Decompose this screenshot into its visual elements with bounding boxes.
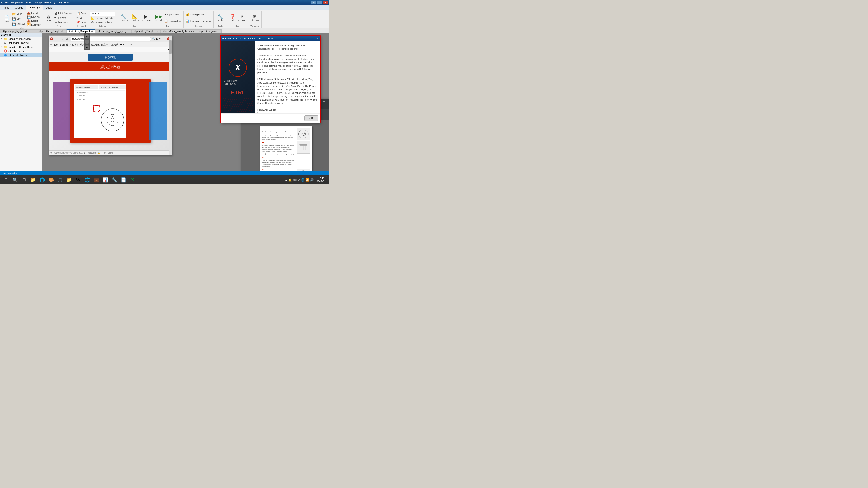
taskbar-explorer[interactable]: 📁 — [29, 176, 37, 184]
volume-icon[interactable]: 🔊 — [310, 178, 313, 182]
tree-item-2d-tube[interactable]: ⭕ 2D Tube Layout — [0, 49, 41, 53]
program-settings-button[interactable]: ⚙Program Settings ▾ — [90, 20, 115, 24]
browser-forward-button[interactable]: → — [60, 37, 64, 41]
pdf-minimize[interactable]: ─ — [323, 100, 325, 103]
print-button[interactable]: 🖨 Print — [44, 14, 53, 22]
tlo-editor-button[interactable]: 🔧 TLO Editor — [118, 14, 129, 22]
duplicate-button[interactable]: 🔁Duplicate — [26, 23, 41, 27]
export-button[interactable]: 📤Export — [26, 19, 41, 23]
tab-xhpe-sample[interactable]: Xhpe - Xhpe_Sample.htri — [36, 29, 66, 33]
bookmark3[interactable]: 学生事务 — [70, 43, 79, 46]
close-button[interactable]: ✕ — [323, 1, 328, 4]
taskbar-app2[interactable]: 🎵 — [56, 176, 64, 184]
tree-item-exchanger-drawing[interactable]: 🖼 Exchanger Drawing — [0, 41, 41, 45]
task-view-button[interactable]: ⊟ — [20, 176, 28, 184]
save-all-button[interactable]: 💾Save All — [11, 22, 26, 26]
taskbar-app10[interactable]: ✕ — [128, 176, 136, 184]
windows-button[interactable]: ⊞ Windows — [250, 14, 260, 22]
help-button[interactable]: ❓ Help — [228, 14, 237, 22]
paste-button[interactable]: 📌Paste — [75, 20, 88, 24]
new-button[interactable]: 📄 New — [2, 15, 11, 23]
open-button[interactable]: 📂Open — [11, 12, 26, 16]
maximize-button[interactable]: □ — [317, 1, 322, 4]
vertical-scrollbar[interactable] — [169, 36, 172, 155]
bookmark8[interactable]: HENTE... — [120, 43, 129, 46]
tab-xspe[interactable]: Xspe - Xspe_coun... — [196, 29, 221, 33]
units-dropdown[interactable]: MKH — [90, 11, 115, 16]
notification-icon[interactable]: 🔔 — [288, 178, 292, 182]
tab-xist-sample[interactable]: Xist - Xist_Sample.htri — [66, 29, 95, 33]
search-button[interactable]: 🔍 — [11, 176, 19, 184]
landscape-button[interactable]: ↔Landscape — [54, 20, 72, 24]
browser-refresh-button[interactable]: ↺ — [65, 37, 69, 41]
import-button[interactable]: 📥Import — [26, 11, 41, 15]
scrollbar-thumb[interactable] — [169, 40, 172, 54]
print-drawing-button[interactable]: 🖨Print Drawing — [54, 11, 72, 15]
custom-units-button[interactable]: 📐Custom Unit Sets — [90, 16, 115, 20]
taskbar-time[interactable]: 9:48 2024/1/9 — [315, 177, 324, 183]
browser-minimize-icon[interactable]: ↓ — [162, 37, 164, 40]
save-as-button[interactable]: 💾Save As — [26, 15, 41, 19]
bookmark1[interactable]: 收藏 — [54, 43, 58, 46]
browser-back-button[interactable]: ← — [54, 37, 59, 41]
tab-design[interactable]: Design — [43, 5, 56, 10]
copy-button[interactable]: 📋Copy — [75, 11, 88, 15]
tab-drawings[interactable]: Drawings — [26, 5, 43, 10]
taskbar-app7[interactable]: 📊 — [101, 176, 110, 184]
ok-button[interactable]: OK — [305, 116, 318, 121]
tree-item-based-output[interactable]: ▼ 📁 Based on Output Data — [0, 45, 41, 49]
nav-btn-3[interactable]: ◉ — [85, 45, 89, 50]
contact-button[interactable]: 联系我们 — [88, 54, 133, 61]
nav-btn-1[interactable]: + — [85, 34, 89, 39]
pdf-close[interactable]: ✕ — [328, 100, 329, 103]
wifi-icon[interactable]: 📶 — [305, 178, 309, 182]
taskbar-app4[interactable]: W — [74, 176, 82, 184]
taskbar-app3[interactable]: 📁 — [65, 176, 73, 184]
nav-btn-2[interactable]: - — [85, 39, 89, 44]
taskbar-edge[interactable]: 🌐 — [38, 176, 46, 184]
taskbar-app1[interactable]: 🎨 — [47, 176, 55, 184]
pdf-maximize[interactable]: □ — [326, 100, 327, 103]
tab-xfpe-sample[interactable]: Xfpe - Xfpe_Sample.htri — [131, 29, 160, 33]
run-all-button[interactable]: ▶▶ Run All — [154, 14, 163, 22]
exchanger-optimizer-button[interactable]: 📊Exchanger Optimizer — [185, 19, 212, 23]
tree-item-based-input[interactable]: ▼ 📁 Based on Input Data — [0, 37, 41, 41]
run-case-button[interactable]: ▶ Run Case — [141, 14, 151, 22]
drawings-button[interactable]: 📐 Drawings — [130, 14, 140, 22]
cut-button[interactable]: ✂Cut — [75, 16, 88, 20]
taskbar-app6[interactable]: 💼 — [92, 176, 100, 184]
browser-maximize-icon[interactable]: □ — [164, 37, 166, 40]
start-button[interactable]: ⊞ — [2, 176, 10, 184]
tab-graphs[interactable]: Graphs — [12, 5, 26, 10]
star-icon[interactable]: ☆ — [50, 43, 52, 46]
tab-home[interactable]: Home — [0, 5, 12, 10]
bookmark6[interactable]: 百度一下 — [101, 43, 110, 46]
taskbar-app9[interactable]: 📄 — [119, 176, 127, 184]
bookmark2[interactable]: 手机收藏 — [59, 43, 68, 46]
browser-close-button[interactable]: ✕ — [50, 37, 53, 40]
tools-button[interactable]: 🔧 Tools — [216, 14, 224, 22]
save-button[interactable]: 💾Save — [11, 17, 26, 21]
costing-active-button[interactable]: 💰Costing Active — [185, 13, 212, 17]
tab-xfpe-layer[interactable]: Xfpe - xfpe_layer_by_layer_four_stream.h… — [95, 29, 131, 33]
show-desktop-button[interactable] — [326, 176, 327, 183]
taskbar-app8[interactable]: 🔧 — [110, 176, 119, 184]
minimize-button[interactable]: ─ — [311, 1, 316, 4]
tab-xhpe-high[interactable]: Xhpe - xhpe_high_effectiveness.htri — [0, 29, 36, 33]
preview-button[interactable]: 👁Preview — [54, 16, 72, 20]
show-hidden-icons[interactable]: ∧ — [285, 178, 287, 182]
input-check-button[interactable]: ✔Input Check — [163, 13, 182, 17]
taskbar-app5[interactable]: 🌐 — [83, 176, 91, 184]
bookmark-more[interactable]: » — [130, 43, 132, 46]
browser-more[interactable]: ⋯ — [159, 37, 162, 40]
tree-item-3d-bundle[interactable]: 🔷 3D Bundle Layout — [0, 53, 41, 57]
tab-xhpe-mixed[interactable]: Xhpe - Xhpe_mixed_plates.htri — [160, 29, 196, 33]
context-button[interactable]: 🖱 Context — [238, 14, 246, 22]
browser-url-input[interactable] — [70, 37, 151, 41]
bookmark5[interactable]: 昆山专区 — [91, 43, 100, 46]
dialog-close-button[interactable]: ✕ — [316, 37, 318, 40]
ime-icon[interactable]: A — [298, 178, 300, 182]
keyboard-icon[interactable]: ⌨ — [293, 178, 297, 182]
network-icon[interactable]: 🌐 — [301, 178, 305, 182]
session-log-button[interactable]: 📋Session Log — [163, 19, 182, 23]
